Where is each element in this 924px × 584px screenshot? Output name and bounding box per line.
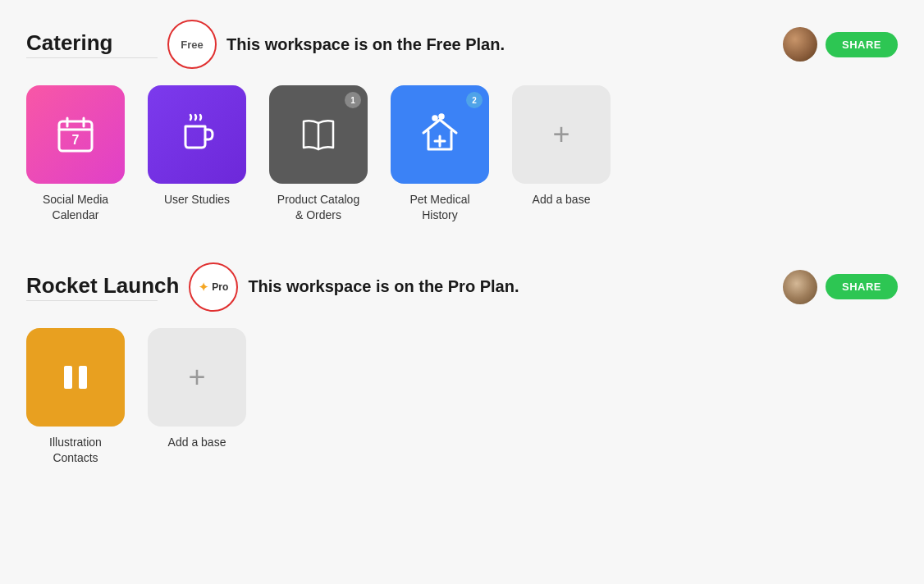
header-right-catering: SHARE xyxy=(783,27,898,62)
base-label-pet-medical: Pet MedicalHistory xyxy=(409,192,469,223)
base-item-user-studies[interactable]: User Studies xyxy=(148,85,246,223)
base-item-illustration[interactable]: IllustrationContacts xyxy=(26,328,125,466)
svg-rect-10 xyxy=(79,366,87,389)
plan-badge-pro-wrapper[interactable]: ✦ Pro xyxy=(189,262,238,312)
svg-text:7: 7 xyxy=(72,133,80,147)
base-label-product-catalog: Product Catalog& Orders xyxy=(277,192,359,223)
base-item-product-catalog[interactable]: 1 Product Catalog& Orders xyxy=(269,85,368,223)
base-icon-illustration xyxy=(26,328,125,427)
workspace-title-row-rocket: Rocket Launch xyxy=(26,273,179,301)
pet-medical-icon xyxy=(417,112,463,157)
base-icon-add-1: + xyxy=(512,85,611,184)
share-button-rocket[interactable]: SHARE xyxy=(826,274,898,299)
header-right-rocket: SHARE xyxy=(783,270,898,304)
svg-point-7 xyxy=(433,116,437,121)
badge-product-catalog: 1 xyxy=(345,92,361,108)
title-divider-2 xyxy=(26,300,158,301)
workspace-header-catering: Catering Free This workspace is on the F… xyxy=(26,20,898,69)
workspace-rocket-launch: Rocket Launch ✦ Pro This workspace is on… xyxy=(26,262,898,466)
workspace-title-row: Catering xyxy=(26,30,158,58)
calendar-icon: 7 xyxy=(53,112,98,157)
svg-rect-9 xyxy=(64,366,72,389)
title-divider-1 xyxy=(26,57,158,58)
pause-icon xyxy=(53,354,98,400)
workspace-catering: Catering Free This workspace is on the F… xyxy=(26,20,898,223)
plan-badge-free-wrapper[interactable]: Free xyxy=(167,20,217,69)
avatar-rocket xyxy=(783,270,817,304)
base-item-social-media-calendar[interactable]: 7 Social MediaCalendar xyxy=(26,85,125,223)
share-button-catering[interactable]: SHARE xyxy=(826,32,898,57)
base-icon-social-media-calendar: 7 xyxy=(26,85,125,184)
bases-grid-catering: 7 Social MediaCalendar User Studies xyxy=(26,85,898,223)
base-item-add-2[interactable]: + Add a base xyxy=(148,328,246,466)
base-icon-add-2: + xyxy=(148,328,246,427)
base-label-add-2: Add a base xyxy=(168,435,226,450)
plus-icon-1: + xyxy=(552,117,569,152)
base-label-social-media-calendar: Social MediaCalendar xyxy=(43,192,108,223)
plus-icon-2: + xyxy=(188,360,205,395)
plan-badge-pro-content: ✦ Pro xyxy=(199,281,228,294)
coffee-icon xyxy=(174,112,220,157)
plan-badge-circle-pro[interactable]: ✦ Pro xyxy=(189,262,238,312)
workspace-title-rocket: Rocket Launch xyxy=(26,273,179,299)
base-icon-pet-medical: 2 xyxy=(391,85,489,184)
plan-badge-circle-free[interactable]: Free xyxy=(167,20,217,69)
base-label-user-studies: User Studies xyxy=(164,192,230,208)
avatar-catering xyxy=(783,27,817,62)
bases-grid-rocket: IllustrationContacts + Add a base xyxy=(26,328,898,466)
badge-pet-medical: 2 xyxy=(466,92,483,108)
pro-star-icon: ✦ xyxy=(199,281,208,294)
base-icon-user-studies xyxy=(148,85,246,184)
workspace-title-catering: Catering xyxy=(26,30,158,56)
base-item-add-1[interactable]: + Add a base xyxy=(512,85,611,223)
plan-badge-free-label: Free xyxy=(181,39,203,51)
workspace-info-free: This workspace is on the Free Plan. xyxy=(226,35,773,54)
workspace-info-pro: This workspace is on the Pro Plan. xyxy=(248,277,773,296)
base-label-add-1: Add a base xyxy=(533,192,591,208)
base-label-illustration: IllustrationContacts xyxy=(49,435,102,466)
workspace-header-rocket: Rocket Launch ✦ Pro This workspace is on… xyxy=(26,262,898,312)
base-icon-product-catalog: 1 xyxy=(269,85,368,184)
pro-label: Pro xyxy=(212,281,228,293)
base-item-pet-medical[interactable]: 2 Pet MedicalHistory xyxy=(391,85,489,223)
book-icon xyxy=(295,112,341,157)
svg-point-8 xyxy=(440,115,444,119)
